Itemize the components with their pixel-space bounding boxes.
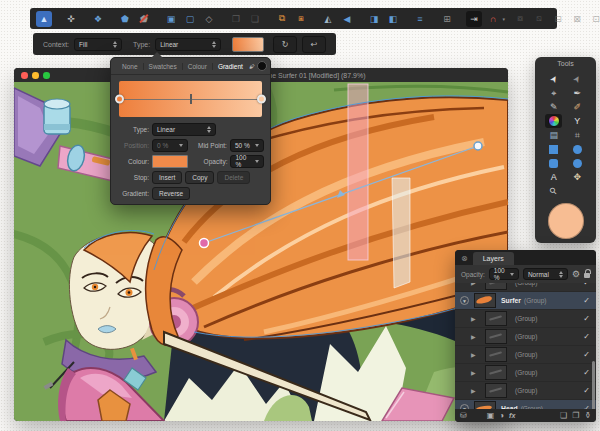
layer-row[interactable]: ▼Surfer(Group)✓ [455, 292, 596, 310]
fill-colour-swatch[interactable] [548, 203, 584, 239]
view-tool[interactable]: ✥ [569, 170, 586, 184]
visibility-checkbox[interactable]: ✓ [583, 283, 590, 287]
layer-row[interactable]: ▶(Group)✓ [455, 310, 596, 328]
app-logo-icon[interactable]: ▲ [36, 11, 52, 27]
tab-layers[interactable]: Layers [473, 252, 514, 265]
zoom-window-button[interactable] [43, 72, 50, 79]
tab-gradient[interactable]: Gradient [213, 63, 248, 70]
layer-opacity-select[interactable]: 100 % [489, 268, 519, 280]
blend-mode-select[interactable]: Normal [523, 268, 568, 280]
close-window-button[interactable] [21, 72, 28, 79]
visibility-checkbox[interactable]: ✓ [583, 368, 590, 377]
eyedropper-icon[interactable]: ✑ [246, 60, 257, 71]
gradient-editor-bar[interactable] [119, 81, 262, 117]
alignment-icon[interactable]: ≡ [412, 11, 428, 27]
tab-colour[interactable]: Colour [183, 63, 213, 70]
gradient-end-handle[interactable] [474, 142, 482, 150]
layer-row[interactable]: ▶(Group)✓ [455, 346, 596, 364]
gradient-swatch-button[interactable] [232, 37, 264, 52]
delete-stop-button[interactable]: Delete [217, 171, 250, 184]
zoom-tool[interactable]: ⚲ [545, 184, 562, 198]
copy-stop-button[interactable]: Copy [185, 171, 214, 184]
blend-options-icon[interactable]: ⛁ [460, 411, 467, 420]
layer-thumbnail[interactable] [474, 293, 496, 308]
gradient-stop-end[interactable] [257, 95, 266, 104]
collapse-icon[interactable]: ▼ [460, 296, 469, 305]
insert-inside-icon[interactable]: ⧉ [274, 11, 290, 27]
layer-thumbnail[interactable] [474, 401, 496, 409]
gear-icon[interactable]: ⚙ [572, 269, 580, 279]
lock-icon[interactable] [584, 273, 590, 278]
context-select[interactable]: Fill [74, 38, 122, 51]
gradient-midpoint-tick[interactable] [190, 94, 192, 104]
dropdown-caret-icon[interactable]: ▾ [502, 16, 505, 22]
visibility-checkbox[interactable]: ✓ [583, 404, 590, 409]
mask-layer-icon[interactable]: ▣ [487, 411, 495, 420]
flip-horizontal-icon[interactable]: ◭ [320, 11, 336, 27]
panel-type-select[interactable]: Linear [152, 123, 216, 136]
layer-effects-icon[interactable]: fx [509, 412, 515, 419]
shapes-tool[interactable] [569, 156, 586, 170]
layer-row[interactable]: ▶(Group)✓ [455, 382, 596, 400]
point-transform-tool[interactable]: ⌖ [545, 86, 562, 100]
layer-row[interactable]: ▼Head(Group)✓ [455, 400, 596, 409]
picked-colour-dot[interactable] [257, 61, 267, 71]
order-back-icon[interactable]: ◧ [385, 11, 401, 27]
add-layer-icon[interactable]: ❏ [560, 411, 567, 420]
visibility-checkbox[interactable]: ✓ [583, 350, 590, 359]
delete-layer-icon[interactable]: ⚱ [584, 411, 591, 420]
reverse-gradient-button[interactable]: Reverse [152, 187, 190, 200]
move-tool[interactable]: ➤ [545, 72, 562, 86]
vector-crop-tool[interactable]: ⌗ [569, 128, 586, 142]
pentagon-remove-icon[interactable]: ⬟ [136, 11, 152, 27]
tab-swatches[interactable]: Swatches [144, 63, 183, 70]
order-front-icon[interactable]: ◨ [366, 11, 382, 27]
expand-icon[interactable]: ▶ [471, 283, 480, 286]
insert-stop-button[interactable]: Insert [152, 171, 182, 184]
rounded-rectangle-tool[interactable] [545, 156, 562, 170]
adjustment-layer-icon[interactable]: ◑ [499, 411, 504, 420]
ellipse-tool[interactable] [569, 142, 586, 156]
layer-thumbnail[interactable] [485, 383, 507, 398]
layers-scrollbar[interactable] [592, 361, 595, 409]
position-select[interactable]: 0 % [152, 139, 188, 152]
gradient-stop-start[interactable] [115, 95, 124, 104]
layer-thumbnail[interactable] [485, 283, 507, 290]
grid-icon[interactable]: ⊞ [439, 11, 455, 27]
expand-icon[interactable]: ▶ [471, 351, 480, 358]
duplicate-layer-icon[interactable]: ❐ [572, 411, 579, 420]
layer-thumbnail[interactable] [485, 347, 507, 362]
artistic-text-tool[interactable]: A [545, 170, 562, 184]
minimize-window-button[interactable] [32, 72, 39, 79]
layer-thumbnail[interactable] [485, 329, 507, 344]
visibility-checkbox[interactable]: ✓ [583, 332, 590, 341]
node-select-tool[interactable]: ➤ [569, 72, 586, 86]
stop-colour-swatch[interactable] [152, 155, 188, 168]
visibility-checkbox[interactable]: ✓ [583, 386, 590, 395]
close-panel-icon[interactable]: ⊗ [461, 254, 468, 263]
insert-behind-icon[interactable]: ⧆ [293, 11, 309, 27]
layer-row[interactable]: ▶(Group)✓ [455, 328, 596, 346]
expand-icon[interactable]: ▶ [471, 315, 480, 322]
tab-none[interactable]: None [117, 63, 144, 70]
pencil-tool[interactable]: ✎ [545, 100, 562, 114]
stop-opacity-select[interactable]: 100 % [230, 155, 264, 168]
vector-brush-tool[interactable]: ✐ [569, 100, 586, 114]
fill-tool[interactable] [545, 114, 562, 128]
rectangle-tool[interactable] [545, 142, 562, 156]
expand-icon[interactable]: ▶ [471, 387, 480, 394]
flip-vertical-icon[interactable]: ◀ [339, 11, 355, 27]
layer-thumbnail[interactable] [485, 311, 507, 326]
visibility-checkbox[interactable]: ✓ [583, 314, 590, 323]
gradient-type-select[interactable]: Linear [155, 38, 221, 51]
visibility-checkbox[interactable]: ✓ [583, 296, 590, 305]
point-transform-icon[interactable]: ✜ [63, 11, 79, 27]
snapping-magnet-icon[interactable]: ∩▾ [485, 11, 501, 27]
selection-box-icon[interactable]: ▣ [163, 11, 179, 27]
collapse-icon[interactable]: ▼ [460, 404, 469, 409]
rotate-gradient-button[interactable]: ↻ [273, 36, 297, 53]
layer-row[interactable]: ▶(Group)✓ [455, 364, 596, 382]
selection-box-alt-icon[interactable]: ▢ [182, 11, 198, 27]
pentagon-add-icon[interactable]: ⬟ [117, 11, 133, 27]
snap-to-object-icon[interactable]: ⇥ [466, 11, 482, 27]
